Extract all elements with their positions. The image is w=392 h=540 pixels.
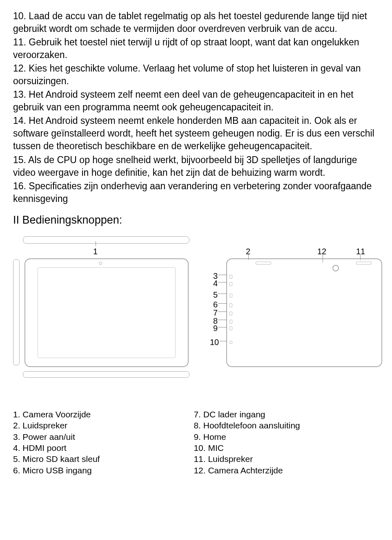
legend-item: 7. DC lader ingang — [194, 409, 300, 420]
label-10: 10 — [210, 337, 219, 348]
legend-item: 4. HDMI poort — [13, 442, 100, 453]
leadline — [218, 320, 227, 320]
leadline — [248, 254, 249, 260]
diagram: 1 2 12 11 3 4 5 6 7 8 9 — [13, 234, 381, 389]
paragraph-14: 14. Het Android systeem neemt enkele hon… — [13, 114, 379, 152]
legend-item: 12. Camera Achterzijde — [194, 465, 300, 476]
paragraph-16: 16. Specificaties zijn onderhevig aan ve… — [13, 180, 379, 205]
back-slot-icon — [356, 262, 372, 264]
legend: 1. Camera Voorzijde 2. Luidspreker 3. Po… — [13, 409, 379, 476]
legend-item: 10. MIC — [194, 442, 300, 453]
label-9: 9 — [213, 323, 218, 334]
port-icon — [229, 311, 232, 316]
port-icon — [229, 282, 232, 286]
paragraph-12: 12. Kies het geschikte volume. Verlaag h… — [13, 62, 379, 87]
label-1: 1 — [93, 246, 98, 257]
legend-item: 1. Camera Voorzijde — [13, 409, 100, 420]
tablet-left-edge — [13, 259, 20, 365]
back-slot-icon — [256, 262, 271, 264]
port-icon — [229, 294, 232, 298]
leadline — [218, 311, 227, 312]
leadline — [218, 282, 227, 282]
leadline — [218, 294, 227, 294]
paragraph-15: 15. Als de CPU op hoge snelheid werkt, b… — [13, 154, 379, 179]
leadline — [360, 254, 361, 260]
label-12: 12 — [317, 246, 326, 257]
port-icon — [229, 326, 232, 330]
port-icon — [229, 320, 232, 324]
legend-item: 8. Hoofdtelefoon aansluiting — [194, 420, 300, 431]
port-icon — [229, 275, 232, 279]
paragraph-11: 11. Gebruik het toestel niet terwijl u r… — [13, 36, 379, 61]
legend-item: 11. Luidspreker — [194, 453, 300, 464]
leadline — [218, 327, 227, 327]
tablet-bottom-edge — [23, 371, 189, 378]
paragraph-10: 10. Laad de accu van de tablet regelmati… — [13, 10, 379, 35]
leadline — [96, 241, 96, 246]
label-5: 5 — [213, 289, 218, 300]
paragraph-13: 13. Het Android systeem zelf neemt een d… — [13, 88, 379, 114]
legend-item: 5. Micro SD kaart sleuf — [13, 453, 100, 464]
leadline — [323, 254, 323, 262]
port-icon — [229, 341, 232, 344]
legend-item: 2. Luidspreker — [13, 420, 100, 431]
front-camera-icon — [99, 262, 102, 265]
back-camera-icon — [332, 265, 339, 271]
label-4: 4 — [213, 278, 218, 289]
port-icon — [229, 303, 232, 307]
leadline — [218, 275, 227, 275]
tablet-top-edge — [23, 236, 189, 244]
label-11: 11 — [356, 246, 365, 257]
section-title: II Bedieningsknoppen: — [13, 213, 379, 227]
body-text: 10. Laad de accu van de tablet regelmati… — [13, 10, 379, 205]
tablet-back-view — [226, 258, 382, 367]
legend-column-left: 1. Camera Voorzijde 2. Luidspreker 3. Po… — [13, 409, 100, 476]
leadline — [220, 341, 227, 341]
legend-item: 3. Power aan/uit — [13, 431, 100, 442]
legend-item: 9. Home — [194, 431, 300, 442]
tablet-screen — [38, 267, 176, 358]
tablet-front-view — [24, 258, 189, 367]
legend-column-right: 7. DC lader ingang 8. Hoofdtelefoon aans… — [194, 409, 300, 476]
legend-item: 6. Micro USB ingang — [13, 465, 100, 476]
leadline — [218, 303, 227, 304]
